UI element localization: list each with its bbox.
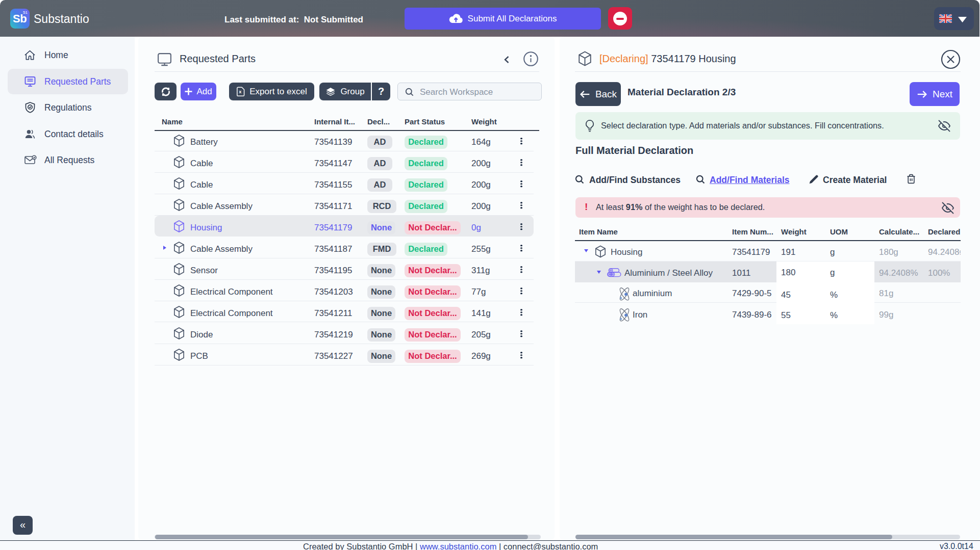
svg-text:x: x [239,89,242,94]
